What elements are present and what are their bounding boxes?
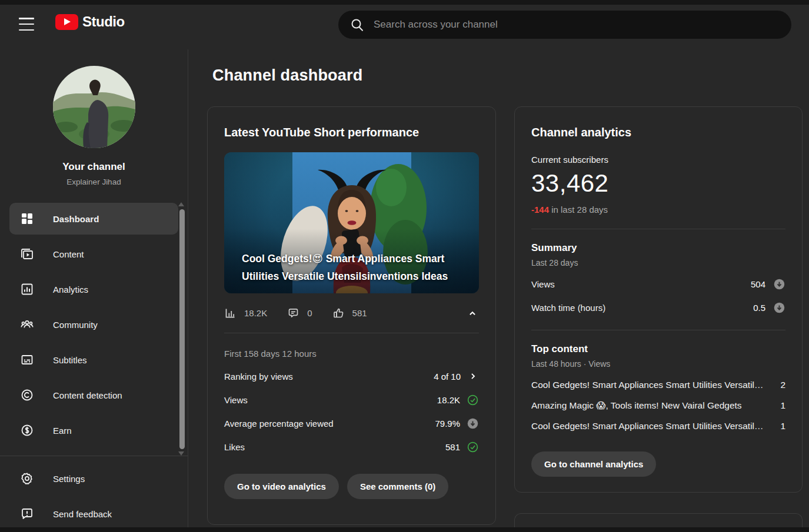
studio-logo[interactable]: Studio — [55, 14, 125, 30]
channel-analytics-card: Channel analytics Current subscribers 33… — [514, 106, 803, 493]
thumbs-up-icon — [332, 307, 345, 319]
sidebar-item-settings[interactable]: Settings — [0, 461, 188, 496]
check-circle-icon — [467, 441, 479, 453]
sidebar-item-send-feedback[interactable]: Send feedback — [0, 496, 188, 531]
sidebar-item-label: Earn — [53, 426, 72, 436]
down-circle-icon — [467, 417, 479, 430]
summary-row-value: 504 — [751, 279, 765, 289]
top-content-row[interactable]: Cool Gedgets! Smart Appliances Smart Uti… — [531, 374, 785, 395]
metric-row-views: Views 18.2K — [224, 388, 479, 411]
video-title-overlay: Cool Gedgets!😍 Smart Appliances Smart Ut… — [242, 250, 461, 285]
comment-icon — [287, 307, 299, 319]
metric-label: Ranking by views — [224, 372, 293, 382]
page-title: Channel dashboard — [212, 66, 362, 85]
metric-value: 581 — [445, 442, 460, 452]
channel-title: Your channel — [0, 161, 188, 173]
subscriber-delta-value: -144 — [531, 205, 549, 215]
go-to-video-analytics-button[interactable]: Go to video analytics — [224, 474, 339, 499]
search-bar[interactable] — [338, 11, 791, 39]
brand-text: Studio — [82, 14, 125, 30]
go-to-channel-analytics-button[interactable]: Go to channel analytics — [531, 451, 656, 477]
collapse-card-button[interactable] — [466, 307, 479, 320]
summary-row-label: Watch time (hours) — [531, 303, 605, 313]
sidebar-item-label: Settings — [53, 474, 85, 484]
earn-icon — [20, 423, 34, 437]
sidebar-item-dashboard[interactable]: Dashboard — [9, 203, 178, 235]
check-circle-icon — [467, 394, 479, 406]
sidebar-item-label: Dashboard — [53, 214, 99, 224]
divider — [531, 229, 785, 229]
down-circle-icon — [773, 302, 785, 314]
short-card-buttons: Go to video analytics See comments (0) — [224, 474, 479, 499]
subscriber-count: 33,462 — [531, 169, 785, 198]
top-content-video-title: Cool Gedgets! Smart Appliances Smart Uti… — [531, 421, 780, 431]
metric-label: Likes — [224, 442, 245, 452]
chevron-right-icon[interactable] — [467, 370, 479, 382]
sidebar-item-analytics[interactable]: Analytics — [0, 272, 188, 307]
avatar-photo — [53, 66, 135, 148]
sidebar-item-content-detection[interactable]: Content detection — [0, 377, 188, 413]
bar-chart-icon — [224, 307, 237, 319]
divider — [531, 330, 785, 330]
summary-title: Summary — [531, 242, 785, 254]
top-content-video-title: Cool Gedgets! Smart Appliances Smart Uti… — [531, 380, 780, 390]
search-input[interactable] — [374, 19, 782, 31]
sidebar-divider — [0, 456, 188, 456]
window-bottom-edge — [0, 527, 809, 532]
sidebar-item-community[interactable]: Community — [0, 307, 188, 342]
sidebar-item-earn[interactable]: Earn — [0, 413, 188, 448]
likes-count: 581 — [352, 308, 367, 318]
metric-row-ranking[interactable]: Ranking by views 4 of 10 — [224, 364, 479, 388]
likes-stat: 581 — [332, 307, 367, 319]
metric-value: 18.2K — [437, 395, 460, 405]
top-content-title: Top content — [531, 343, 785, 355]
channel-name: Explainer Jihad — [0, 178, 188, 186]
community-icon — [20, 317, 34, 332]
search-icon — [350, 18, 364, 32]
sidebar-item-subtitles[interactable]: Subtitles — [0, 342, 188, 377]
video-period: First 158 days 12 hours — [224, 349, 479, 359]
sidebar: Your channel Explainer Jihad Dashboard C… — [0, 49, 188, 527]
top-content-view-count: 1 — [780, 400, 785, 411]
top-content-video-title: Amazing Magic 😱, Tools items! New Vairal… — [531, 400, 780, 411]
sidebar-nav: Dashboard Content Analytics Community Su… — [0, 201, 188, 448]
video-thumbnail[interactable]: Cool Gedgets!😍 Smart Appliances Smart Ut… — [224, 152, 479, 293]
dashboard-icon — [20, 212, 34, 226]
top-content-row[interactable]: Amazing Magic 😱, Tools items! New Vairal… — [531, 395, 785, 416]
video-stats-row: 18.2K 0 581 — [224, 293, 479, 333]
sidebar-item-content[interactable]: Content — [0, 236, 188, 272]
top-content-row[interactable]: Cool Gedgets! Smart Appliances Smart Uti… — [531, 416, 785, 436]
chevron-up-icon — [466, 307, 479, 320]
subscriber-delta-suffix: in last 28 days — [549, 205, 608, 215]
sidebar-item-label: Send feedback — [53, 509, 112, 519]
metric-row-avg-viewed: Average percentage viewed 79.9% — [224, 411, 479, 435]
sidebar-scrollbar-thumb[interactable] — [179, 209, 185, 449]
youtube-play-icon — [55, 14, 78, 30]
window-top-edge — [0, 0, 809, 5]
see-comments-button[interactable]: See comments (0) — [347, 474, 448, 499]
metric-value: 79.9% — [435, 419, 460, 429]
sidebar-scrollbar-up-icon[interactable] — [178, 202, 184, 206]
metric-label: Views — [224, 395, 248, 405]
avatar[interactable] — [53, 66, 135, 148]
top-content-rows: Cool Gedgets! Smart Appliances Smart Uti… — [531, 374, 785, 436]
subscriber-delta: -144 in last 28 days — [531, 205, 785, 215]
sidebar-item-label: Community — [53, 320, 98, 330]
sidebar-footer: Settings Send feedback — [0, 461, 188, 531]
comments-count: 0 — [307, 308, 312, 318]
short-card-title: Latest YouTube Short performance — [224, 126, 479, 139]
summary-row-views: Views 504 — [531, 272, 785, 296]
sidebar-scrollbar-down-icon[interactable] — [178, 451, 184, 456]
metric-value: 4 of 10 — [434, 372, 461, 382]
down-circle-icon — [773, 278, 785, 290]
content-icon — [20, 247, 34, 261]
topbar: Studio — [0, 5, 809, 49]
top-content-view-count: 2 — [780, 380, 785, 390]
views-count: 18.2K — [244, 308, 267, 318]
feedback-icon — [20, 507, 34, 521]
settings-icon — [20, 471, 34, 486]
metric-label: Average percentage viewed — [224, 419, 334, 429]
menu-icon[interactable] — [19, 18, 34, 31]
current-subscribers-label: Current subscribers — [531, 155, 785, 165]
content-detection-icon — [20, 388, 34, 402]
